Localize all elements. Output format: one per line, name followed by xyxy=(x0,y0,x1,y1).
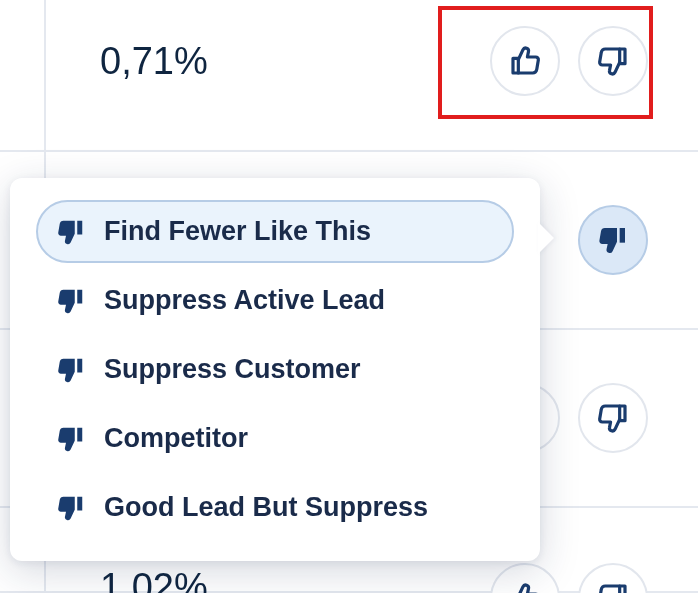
thumbs-up-button[interactable] xyxy=(490,563,560,593)
thumbs-down-icon xyxy=(56,424,86,454)
menu-item-competitor[interactable]: Competitor xyxy=(36,407,514,470)
menu-item-label: Suppress Active Lead xyxy=(104,285,385,316)
menu-item-find-fewer[interactable]: Find Fewer Like This xyxy=(36,200,514,263)
menu-item-label: Good Lead But Suppress xyxy=(104,492,428,523)
thumbs-down-icon xyxy=(597,45,629,77)
menu-item-good-lead-suppress[interactable]: Good Lead But Suppress xyxy=(36,476,514,539)
row-handle-cell xyxy=(0,0,46,150)
menu-item-label: Suppress Customer xyxy=(104,354,361,385)
percentage-value: 0,71% xyxy=(100,40,208,83)
thumbs-down-icon xyxy=(56,355,86,385)
thumbs-down-button[interactable] xyxy=(578,205,648,275)
thumbs-up-icon xyxy=(509,45,541,77)
thumbs-down-button[interactable] xyxy=(578,563,648,593)
thumbs-down-icon xyxy=(56,493,86,523)
thumbs-down-icon xyxy=(56,286,86,316)
thumbs-up-button[interactable] xyxy=(490,26,560,96)
menu-item-suppress-customer[interactable]: Suppress Customer xyxy=(36,338,514,401)
thumbs-up-icon xyxy=(509,582,541,593)
menu-item-suppress-active-lead[interactable]: Suppress Active Lead xyxy=(36,269,514,332)
percentage-value: 1,02% xyxy=(100,566,208,593)
thumbs-down-icon xyxy=(597,582,629,593)
thumbs-down-button[interactable] xyxy=(578,26,648,96)
thumbs-down-icon xyxy=(56,217,86,247)
table-row: 0,71% xyxy=(0,0,698,152)
menu-item-label: Find Fewer Like This xyxy=(104,216,371,247)
thumbs-down-button[interactable] xyxy=(578,383,648,453)
value-cell: 0,71% xyxy=(46,0,406,150)
thumbs-down-icon xyxy=(597,224,629,256)
menu-item-label: Competitor xyxy=(104,423,248,454)
actions-cell xyxy=(406,0,698,150)
thumbs-down-icon xyxy=(597,402,629,434)
thumbs-down-menu: Find Fewer Like This Suppress Active Lea… xyxy=(10,178,540,561)
